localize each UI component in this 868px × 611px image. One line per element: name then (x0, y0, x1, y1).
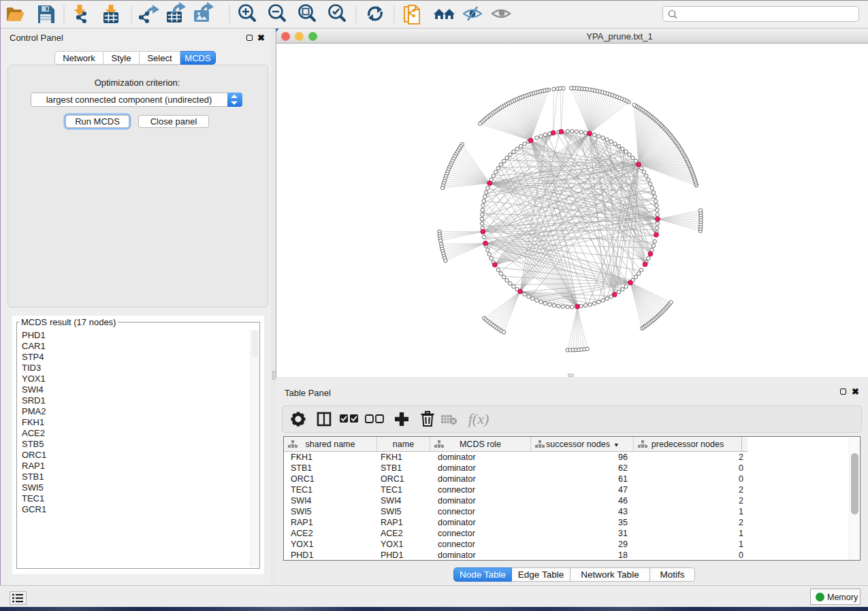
svg-text:f(x): f(x) (468, 410, 489, 427)
